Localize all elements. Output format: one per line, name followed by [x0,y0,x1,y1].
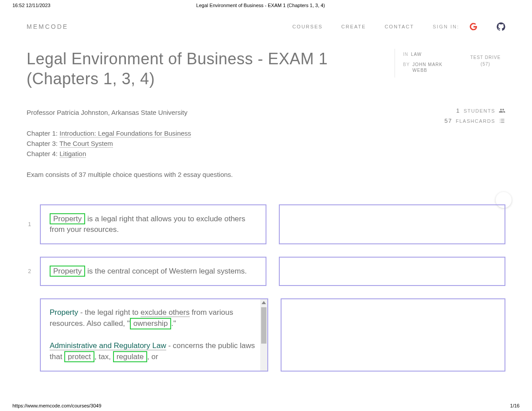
logo[interactable]: MEMCODE [27,23,68,30]
card-number: 2 [27,268,31,274]
flashcard-question[interactable]: Property - the legal right to exclude ot… [40,298,268,372]
ch4-link[interactable]: Litigation [59,150,86,158]
flashcard-answer[interactable] [281,298,505,372]
print-timestamp: 16:52 12/11/2023 [12,3,51,8]
scroll-thumb[interactable] [261,307,266,344]
flashcards-label: FLASHCARDS [456,118,495,124]
test-drive-label: TEST DRIVE [466,55,505,60]
cloze-blank: Property [50,213,85,224]
scroll-up-arrow-icon[interactable] [262,301,266,304]
by-value[interactable]: JOHN MARK WEBB [412,62,452,73]
course-description: Professor Patricia Johnston, Arkansas St… [27,107,355,180]
course-meta: IN LAW BY JOHN MARK WEBB [395,49,452,78]
top-nav: MEMCODE COURSES CREATE CONTACT SIGN IN: [27,12,505,40]
in-value[interactable]: LAW [411,51,422,57]
students-label: STUDENTS [464,108,495,114]
google-icon[interactable] [469,22,478,31]
cloze-blank: regulate [113,351,147,362]
in-label: IN [403,51,408,57]
term-heading: Administrative and Regulatory Law [50,341,166,350]
flashcards-stat: 57 FLASHCARDS [445,117,505,124]
term-heading: Property [50,308,78,317]
flashcard-answer[interactable] [279,257,505,286]
cloze-blank: ownership [130,318,172,329]
card-number: 1 [27,221,31,227]
underlined-text: exclude others [141,308,190,317]
nav-create[interactable]: CREATE [341,24,366,29]
by-label: BY [403,62,410,73]
flashcards-count: 57 [445,117,452,124]
ch4-prefix: Chapter 4: [27,150,59,157]
test-drive-count: (57) [466,62,505,67]
scrollbar[interactable] [260,299,267,371]
print-header: 16:52 12/11/2023 Legal Environment of Bu… [0,0,532,12]
cloze-blank: Property [50,266,85,277]
users-icon [499,107,505,114]
flashcard-question[interactable]: Property is a legal right that allows yo… [40,204,266,244]
professor-line: Professor Patricia Johnston, Arkansas St… [27,107,355,117]
course-title: Legal Environment of Business - EXAM 1 (… [27,49,381,89]
flashcard-answer[interactable] [279,204,505,244]
ch1-link[interactable]: Introduction: Legal Foundations for Busi… [59,129,191,137]
nav-contact[interactable]: CONTACT [385,24,414,29]
flashcard-question[interactable]: Property is the central concept of Weste… [40,257,266,286]
nav-courses[interactable]: COURSES [292,24,322,29]
signin-label: SIGN IN: [433,24,459,29]
github-icon[interactable] [497,22,505,31]
ch1-prefix: Chapter 1: [27,129,59,137]
ch3-link[interactable]: The Court System [59,140,113,148]
students-stat: 1 STUDENTS [445,107,505,114]
ch3-prefix: Chapter 3: [27,140,59,147]
question-text: is the central concept of Western legal … [85,267,246,275]
exam-info: Exam consists of 37 multiple choice ques… [27,169,355,180]
print-title: Legal Environment of Business - EXAM 1 (… [196,3,325,8]
list-icon [499,117,505,124]
students-count: 1 [456,107,460,114]
cloze-blank: protect [64,351,94,362]
test-drive-button[interactable]: TEST DRIVE (57) [466,49,505,67]
